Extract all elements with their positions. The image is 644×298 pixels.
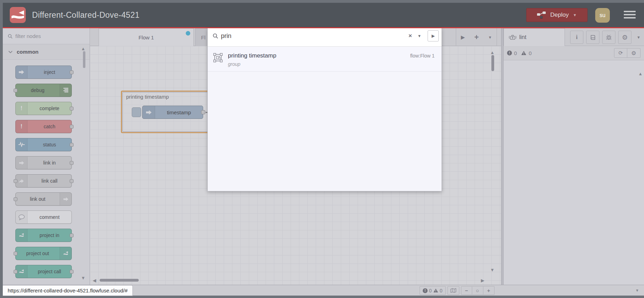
search-results: printing timestamp flow:Flow 1 group	[208, 46, 442, 191]
instance-title: Different-Collared-Dove-4521	[32, 10, 139, 20]
main-menu-button[interactable]	[624, 11, 636, 20]
result-type: group	[228, 61, 435, 67]
browser-link-preview: https://different-collared-dove-4521.flo…	[3, 285, 133, 296]
clear-search-icon[interactable]: ×	[407, 32, 413, 39]
deploy-label: Deploy	[550, 12, 569, 18]
deploy-options-caret-icon[interactable]: ▼	[573, 13, 577, 17]
arrow-right-icon: ▶	[431, 33, 435, 38]
search-icon	[213, 33, 218, 39]
search-result-item[interactable]: printing timestamp flow:Flow 1 group	[208, 47, 442, 71]
search-input[interactable]	[221, 32, 404, 40]
hamburger-icon	[624, 11, 636, 12]
avatar-initials: su	[600, 12, 606, 18]
result-title: printing timestamp	[228, 52, 276, 59]
node-red-app: Different-Collared-Dove-4521 Deploy ▼ su	[0, 0, 644, 298]
search-options-caret-icon[interactable]: ▼	[416, 34, 423, 38]
deploy-button[interactable]: Deploy ▼	[526, 8, 588, 22]
user-avatar[interactable]: su	[595, 8, 610, 23]
header: Different-Collared-Dove-4521 Deploy ▼ su	[3, 3, 644, 27]
result-flow-location: flow:Flow 1	[410, 53, 435, 59]
flowfuse-logo-icon	[10, 7, 26, 23]
group-icon	[213, 52, 228, 67]
search-dialog: × ▼ ▶ pr	[207, 28, 442, 191]
search-input-row: × ▼ ▶	[208, 28, 442, 44]
search-next-button[interactable]: ▶	[428, 30, 439, 41]
deploy-icon	[537, 11, 546, 19]
